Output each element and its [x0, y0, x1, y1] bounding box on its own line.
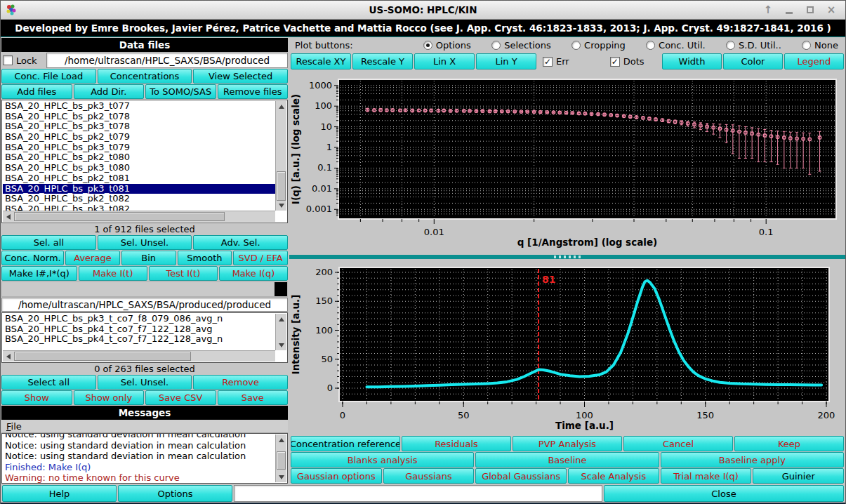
trial-make-i-q-button[interactable]: Trial make I(q)	[661, 468, 752, 484]
color-button[interactable]: Color	[723, 53, 783, 69]
scale-analysis-button[interactable]: Scale Analysis	[568, 468, 659, 484]
close-dialog-button[interactable]: Close	[604, 485, 844, 502]
average-button[interactable]: Average	[65, 251, 120, 265]
show-button[interactable]: Show	[1, 390, 72, 405]
bin-button[interactable]: Bin	[121, 251, 176, 265]
conc-file-load-button[interactable]: Conc. File Load	[1, 69, 96, 84]
scroll-left-icon[interactable]	[3, 351, 13, 362]
saxs-iq-plot[interactable]: 10001001010.10.010.0010.010.1q [1/Angstr…	[289, 69, 845, 253]
checkbox-dots[interactable]: ✓Dots	[610, 56, 645, 67]
scroll-left-icon[interactable]	[3, 211, 13, 222]
file-list-item[interactable]: BSA_20_HPLC_bs_pk2_t082	[3, 194, 275, 204]
width-button[interactable]: Width	[662, 53, 722, 69]
shade-button[interactable]: ↑	[762, 4, 774, 15]
concentration-reference-button[interactable]: Concentration reference	[291, 436, 400, 451]
menu-file[interactable]: File	[6, 421, 22, 432]
scroll-down-icon[interactable]	[276, 200, 286, 211]
help-button[interactable]: Help	[2, 485, 117, 502]
residuals-button[interactable]: Residuals	[402, 436, 511, 451]
cancel-button[interactable]: Cancel	[623, 436, 733, 451]
file-list-item[interactable]: BSA_20_HPLC_bs_pk3_t082	[3, 204, 275, 211]
file-list-item[interactable]: BSA_20_HPLC_bs_pk2_t079	[3, 132, 275, 142]
to-somo-sas-button[interactable]: To SOMO/SAS	[145, 84, 216, 99]
radio-none[interactable]: None	[802, 40, 838, 51]
gaussian-options-button[interactable]: Gaussian options	[291, 468, 382, 484]
vertical-scrollbar[interactable]	[275, 314, 286, 350]
footer-status-field[interactable]	[234, 485, 602, 502]
file-list-item[interactable]: BSA_20_HPLC_bs_pk3_t081	[3, 184, 275, 194]
select-all-button[interactable]: Select all	[1, 375, 96, 390]
rescale-xy-button[interactable]: Rescale XY	[291, 53, 351, 69]
time-intensity-plot[interactable]: 05010015020005010015020081Time [a.u.]Int…	[289, 260, 845, 435]
blanks-analysis-button[interactable]: Blanks analysis	[291, 452, 474, 467]
baseline-apply-button[interactable]: Baseline apply	[661, 452, 844, 467]
scroll-down-icon[interactable]	[276, 340, 286, 350]
make-i-t-button[interactable]: Make I(t)	[79, 266, 147, 281]
maximize-button[interactable]	[805, 4, 816, 15]
make-i-i-q-button[interactable]: Make I#,I*(q)	[1, 266, 77, 281]
file-list-item[interactable]: BSA_20_HPLC_bs_pk3_t077	[3, 101, 275, 112]
sel-unsel-button[interactable]: Sel. Unsel.	[98, 375, 192, 390]
vertical-scrollbar[interactable]	[275, 101, 286, 211]
remove-button[interactable]: Remove	[193, 375, 288, 390]
show-only-button[interactable]: Show only	[74, 390, 145, 405]
splitter-handle[interactable]	[554, 256, 581, 258]
smooth-button[interactable]: Smooth	[178, 251, 232, 265]
add-dir-button[interactable]: Add Dir.	[74, 84, 145, 99]
conc-norm-button[interactable]: Conc. Norm.	[1, 251, 64, 265]
global-gaussians-button[interactable]: Global Gaussians	[475, 468, 567, 484]
guinier-button[interactable]: Guinier	[753, 468, 844, 484]
gaussians-button[interactable]: Gaussians	[383, 468, 475, 484]
data-files-path-field[interactable]: /home/ultrascan/HPLC_SAXS/BSA/produced	[46, 53, 288, 68]
file-list-item[interactable]: BSA_20_HPLC_bs_pk2_t078	[3, 112, 275, 122]
save-csv-button[interactable]: Save CSV	[145, 390, 216, 405]
concentrations-button[interactable]: Concentrations	[98, 69, 192, 84]
produced-path-field[interactable]: /home/ultrascan/HPLC_SAXS/BSA/produced/p…	[1, 298, 288, 312]
radio-selections[interactable]: Selections	[491, 40, 551, 51]
baseline-button[interactable]: Baseline	[475, 452, 659, 467]
checkbox-err[interactable]: ✓Err	[543, 56, 569, 67]
lock-checkbox[interactable]	[3, 55, 13, 65]
legend-button[interactable]: Legend	[784, 53, 844, 69]
make-i-q-button[interactable]: Make I(q)	[219, 266, 288, 281]
adv-sel-button[interactable]: Adv. Sel.	[193, 235, 288, 250]
scrollbar-thumb[interactable]	[277, 451, 286, 470]
scrollbar-thumb[interactable]	[277, 171, 286, 201]
minimize-button[interactable]	[784, 4, 795, 15]
options-button[interactable]: Options	[118, 485, 232, 502]
horizontal-scrollbar[interactable]	[3, 350, 275, 362]
close-window-button[interactable]: ×	[826, 4, 837, 15]
file-list-item[interactable]: BSA_20_HPLC_bs_pk3_t_co7_f8_079_086_avg_…	[3, 314, 275, 324]
remove-files-button[interactable]: Remove files	[218, 84, 289, 99]
lin-y-button[interactable]: Lin Y	[476, 53, 536, 69]
scroll-up-icon[interactable]	[276, 101, 286, 112]
scroll-down-icon[interactable]	[276, 472, 286, 482]
radio-s-d-util[interactable]: S.D. Util..	[726, 40, 781, 51]
save-button[interactable]: Save	[218, 390, 289, 405]
vertical-scrollbar[interactable]	[275, 435, 286, 482]
sel-all-button[interactable]: Sel. all	[1, 235, 96, 250]
radio-cropping[interactable]: Cropping	[571, 40, 626, 51]
file-list-item[interactable]: BSA_20_HPLC_bs_pk4_t_co7_f7_122_128_avg	[3, 324, 275, 335]
lin-x-button[interactable]: Lin X	[414, 53, 475, 69]
horizontal-scrollbar[interactable]	[3, 211, 275, 222]
sel-unsel-button[interactable]: Sel. Unsel.	[98, 235, 192, 250]
pvp-analysis-button[interactable]: PVP Analysis	[513, 436, 622, 451]
keep-button[interactable]: Keep	[734, 436, 844, 451]
radio-conc-util[interactable]: Conc. Util.	[646, 40, 706, 51]
svd-efa-button[interactable]: SVD / EFA	[233, 251, 288, 265]
scrollbar-thumb[interactable]	[14, 212, 225, 221]
file-list-item[interactable]: BSA_20_HPLC_bs_pk4_t_co7_f7_122_128_avg_…	[3, 334, 275, 345]
scroll-up-icon[interactable]	[276, 435, 286, 445]
view-selected-button[interactable]: View Selected	[193, 69, 288, 84]
scrollbar-thumb[interactable]	[14, 352, 191, 361]
test-i-t-button[interactable]: Test I(t)	[149, 266, 218, 281]
file-list-item[interactable]: BSA_20_HPLC_bs_pk3_t080	[3, 163, 275, 173]
file-list-item[interactable]: BSA_20_HPLC_bs_pk3_t079	[3, 142, 275, 153]
file-list-item[interactable]: BSA_20_HPLC_bs_pk2_t080	[3, 152, 275, 163]
radio-options[interactable]: Options	[423, 40, 471, 51]
scroll-up-icon[interactable]	[276, 314, 286, 324]
add-files-button[interactable]: Add files	[1, 84, 72, 99]
file-list-item[interactable]: BSA_20_HPLC_bs_pk2_t081	[3, 173, 275, 184]
rescale-y-button[interactable]: Rescale Y	[352, 53, 413, 69]
